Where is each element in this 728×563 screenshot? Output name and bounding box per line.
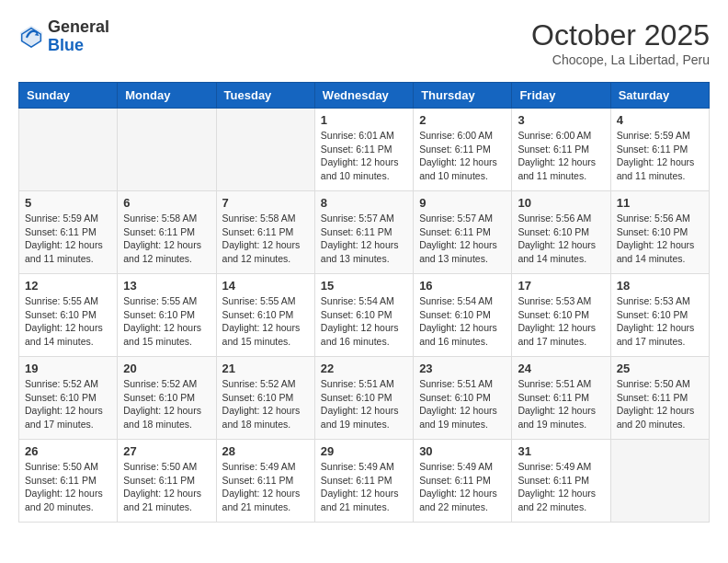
calendar-week-row: 19Sunrise: 5:52 AMSunset: 6:10 PMDayligh… xyxy=(19,357,710,440)
header-sunday: Sunday xyxy=(19,83,118,109)
day-info: Sunrise: 6:00 AMSunset: 6:11 PMDaylight:… xyxy=(419,129,506,183)
day-info: Sunrise: 5:56 AMSunset: 6:10 PMDaylight:… xyxy=(617,212,703,266)
day-info: Sunrise: 5:50 AMSunset: 6:11 PMDaylight:… xyxy=(617,377,703,431)
day-info: Sunrise: 5:55 AMSunset: 6:10 PMDaylight:… xyxy=(25,294,111,349)
day-number: 13 xyxy=(123,279,210,293)
table-row: 8Sunrise: 5:57 AMSunset: 6:11 PMDaylight… xyxy=(314,191,413,274)
logo-text: General Blue xyxy=(48,18,109,55)
day-number: 24 xyxy=(518,362,604,375)
svg-marker-0 xyxy=(20,26,42,48)
day-info: Sunrise: 5:54 AMSunset: 6:10 PMDaylight:… xyxy=(419,294,506,349)
day-number: 11 xyxy=(617,196,703,210)
day-info: Sunrise: 5:49 AMSunset: 6:11 PMDaylight:… xyxy=(518,460,604,514)
day-info: Sunrise: 6:00 AMSunset: 6:11 PMDaylight:… xyxy=(518,129,604,183)
day-info: Sunrise: 5:59 AMSunset: 6:11 PMDaylight:… xyxy=(25,212,111,266)
day-info: Sunrise: 5:53 AMSunset: 6:10 PMDaylight:… xyxy=(617,294,703,349)
table-row: 11Sunrise: 5:56 AMSunset: 6:10 PMDayligh… xyxy=(610,191,709,274)
table-row: 16Sunrise: 5:54 AMSunset: 6:10 PMDayligh… xyxy=(414,274,512,357)
day-number: 21 xyxy=(222,362,309,375)
table-row xyxy=(216,109,314,191)
table-row: 9Sunrise: 5:57 AMSunset: 6:11 PMDaylight… xyxy=(414,191,512,274)
day-number: 28 xyxy=(222,444,309,458)
day-number: 19 xyxy=(25,362,111,375)
day-number: 10 xyxy=(518,196,604,210)
table-row: 21Sunrise: 5:52 AMSunset: 6:10 PMDayligh… xyxy=(216,357,314,440)
table-row: 27Sunrise: 5:50 AMSunset: 6:11 PMDayligh… xyxy=(118,440,216,523)
day-info: Sunrise: 5:49 AMSunset: 6:11 PMDaylight:… xyxy=(419,460,506,514)
calendar-week-row: 26Sunrise: 5:50 AMSunset: 6:11 PMDayligh… xyxy=(19,440,710,523)
day-number: 5 xyxy=(25,196,111,210)
day-number: 3 xyxy=(518,113,604,127)
table-row: 29Sunrise: 5:49 AMSunset: 6:11 PMDayligh… xyxy=(314,440,413,523)
day-number: 9 xyxy=(419,196,506,210)
day-number: 6 xyxy=(123,196,210,210)
day-number: 4 xyxy=(617,113,703,127)
day-number: 20 xyxy=(123,362,210,375)
logo-blue: Blue xyxy=(48,37,109,55)
table-row: 24Sunrise: 5:51 AMSunset: 6:11 PMDayligh… xyxy=(512,357,610,440)
header-friday: Friday xyxy=(512,83,610,109)
calendar-week-row: 12Sunrise: 5:55 AMSunset: 6:10 PMDayligh… xyxy=(19,274,710,357)
table-row: 30Sunrise: 5:49 AMSunset: 6:11 PMDayligh… xyxy=(414,440,512,523)
day-info: Sunrise: 6:01 AMSunset: 6:11 PMDaylight:… xyxy=(321,129,407,183)
table-row: 14Sunrise: 5:55 AMSunset: 6:10 PMDayligh… xyxy=(216,274,314,357)
header-wednesday: Wednesday xyxy=(314,83,413,109)
table-row xyxy=(610,440,709,523)
table-row: 17Sunrise: 5:53 AMSunset: 6:10 PMDayligh… xyxy=(512,274,610,357)
header-tuesday: Tuesday xyxy=(216,83,314,109)
calendar-week-row: 1Sunrise: 6:01 AMSunset: 6:11 PMDaylight… xyxy=(19,109,710,191)
day-number: 29 xyxy=(321,444,407,458)
table-row xyxy=(19,109,118,191)
day-info: Sunrise: 5:57 AMSunset: 6:11 PMDaylight:… xyxy=(321,212,407,266)
header-saturday: Saturday xyxy=(610,83,709,109)
day-info: Sunrise: 5:59 AMSunset: 6:11 PMDaylight:… xyxy=(617,129,703,183)
table-row: 22Sunrise: 5:51 AMSunset: 6:10 PMDayligh… xyxy=(314,357,413,440)
day-info: Sunrise: 5:50 AMSunset: 6:11 PMDaylight:… xyxy=(123,460,210,514)
day-number: 2 xyxy=(419,113,506,127)
day-info: Sunrise: 5:58 AMSunset: 6:11 PMDaylight:… xyxy=(123,212,210,266)
day-number: 17 xyxy=(518,279,604,293)
day-info: Sunrise: 5:54 AMSunset: 6:10 PMDaylight:… xyxy=(321,294,407,349)
title-block: October 2025 Chocope, La Libertad, Peru xyxy=(531,18,710,67)
table-row: 1Sunrise: 6:01 AMSunset: 6:11 PMDaylight… xyxy=(314,109,413,191)
day-info: Sunrise: 5:53 AMSunset: 6:10 PMDaylight:… xyxy=(518,294,604,349)
day-number: 8 xyxy=(321,196,407,210)
day-number: 15 xyxy=(321,279,407,293)
table-row: 20Sunrise: 5:52 AMSunset: 6:10 PMDayligh… xyxy=(118,357,216,440)
day-info: Sunrise: 5:51 AMSunset: 6:11 PMDaylight:… xyxy=(518,377,604,431)
table-row: 26Sunrise: 5:50 AMSunset: 6:11 PMDayligh… xyxy=(19,440,118,523)
table-row: 5Sunrise: 5:59 AMSunset: 6:11 PMDaylight… xyxy=(19,191,118,274)
day-number: 25 xyxy=(617,362,703,375)
header-thursday: Thursday xyxy=(414,83,512,109)
table-row: 10Sunrise: 5:56 AMSunset: 6:10 PMDayligh… xyxy=(512,191,610,274)
day-info: Sunrise: 5:49 AMSunset: 6:11 PMDaylight:… xyxy=(222,460,309,514)
day-info: Sunrise: 5:51 AMSunset: 6:10 PMDaylight:… xyxy=(419,377,506,431)
day-number: 31 xyxy=(518,444,604,458)
logo: General Blue xyxy=(18,18,109,55)
table-row: 25Sunrise: 5:50 AMSunset: 6:11 PMDayligh… xyxy=(610,357,709,440)
weekday-header-row: Sunday Monday Tuesday Wednesday Thursday… xyxy=(19,83,710,109)
day-number: 14 xyxy=(222,279,309,293)
day-info: Sunrise: 5:49 AMSunset: 6:11 PMDaylight:… xyxy=(321,460,407,514)
table-row: 23Sunrise: 5:51 AMSunset: 6:10 PMDayligh… xyxy=(414,357,512,440)
table-row: 13Sunrise: 5:55 AMSunset: 6:10 PMDayligh… xyxy=(118,274,216,357)
logo-icon xyxy=(18,24,44,50)
month-title: October 2025 xyxy=(531,18,710,52)
day-number: 23 xyxy=(419,362,506,375)
logo-general: General xyxy=(48,18,109,37)
table-row: 19Sunrise: 5:52 AMSunset: 6:10 PMDayligh… xyxy=(19,357,118,440)
day-number: 12 xyxy=(25,279,111,293)
page-header: General Blue October 2025 Chocope, La Li… xyxy=(18,18,710,67)
day-info: Sunrise: 5:52 AMSunset: 6:10 PMDaylight:… xyxy=(123,377,210,431)
table-row: 28Sunrise: 5:49 AMSunset: 6:11 PMDayligh… xyxy=(216,440,314,523)
day-number: 7 xyxy=(222,196,309,210)
table-row: 7Sunrise: 5:58 AMSunset: 6:11 PMDaylight… xyxy=(216,191,314,274)
calendar-table: Sunday Monday Tuesday Wednesday Thursday… xyxy=(18,82,710,523)
header-monday: Monday xyxy=(118,83,216,109)
day-number: 18 xyxy=(617,279,703,293)
table-row: 4Sunrise: 5:59 AMSunset: 6:11 PMDaylight… xyxy=(610,109,709,191)
calendar-week-row: 5Sunrise: 5:59 AMSunset: 6:11 PMDaylight… xyxy=(19,191,710,274)
day-info: Sunrise: 5:52 AMSunset: 6:10 PMDaylight:… xyxy=(222,377,309,431)
day-number: 30 xyxy=(419,444,506,458)
day-info: Sunrise: 5:57 AMSunset: 6:11 PMDaylight:… xyxy=(419,212,506,266)
